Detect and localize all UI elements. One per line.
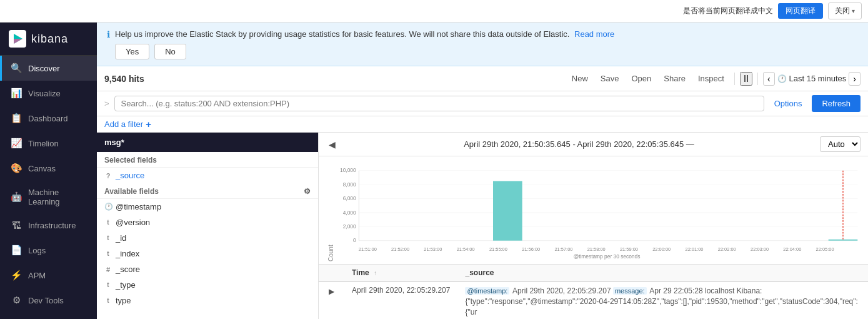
svg-text:21:57:00: 21:57:00	[554, 247, 572, 253]
field-item-version[interactable]: t @version	[97, 215, 318, 230]
sidebar-item-dashboard[interactable]: 📋 Dashboard	[0, 106, 97, 131]
svg-text:22:01:00: 22:01:00	[685, 247, 703, 253]
version-type-badge: t	[104, 219, 112, 226]
no-button[interactable]: No	[154, 44, 186, 59]
svg-text:21:56:00: 21:56:00	[522, 247, 540, 253]
source-column-header[interactable]: _source	[457, 265, 868, 281]
source-field-name: _source	[116, 171, 144, 180]
typefield-type-badge: t	[104, 297, 112, 304]
svg-text:21:53:00: 21:53:00	[424, 247, 442, 253]
share-button[interactable]: Share	[659, 71, 691, 86]
search-input[interactable]	[121, 99, 757, 108]
sidebar-item-monitoring[interactable]: 👁 Monitoring	[0, 313, 97, 319]
svg-text:8,000: 8,000	[343, 181, 356, 188]
filter-bar: Add a filter +	[97, 116, 868, 133]
auto-dropdown[interactable]: Auto 1s 10s 30s 1m	[820, 136, 861, 152]
time-next-button[interactable]: ›	[849, 72, 861, 86]
expand-row-button[interactable]: ▶	[326, 286, 337, 297]
chart-bar-end	[829, 240, 858, 241]
sidebar-item-infrastructure[interactable]: 🏗 Infrastructure	[0, 213, 97, 238]
new-button[interactable]: New	[567, 71, 593, 86]
field-item-id[interactable]: t _id	[97, 230, 318, 246]
collapse-button[interactable]: ◀	[326, 138, 338, 151]
field-item-index[interactable]: t _index	[97, 246, 318, 261]
type-type-badge: t	[104, 281, 112, 288]
field-item-score[interactable]: # _score	[97, 261, 318, 277]
sidebar-label-dashboard: Dashboard	[28, 114, 68, 123]
save-button[interactable]: Save	[596, 71, 624, 86]
svg-text:21:52:00: 21:52:00	[391, 247, 409, 253]
auto-select: Auto 1s 10s 30s 1m	[820, 136, 861, 152]
sidebar-item-visualize[interactable]: 📊 Visualize	[0, 81, 97, 106]
source-field-label: @timestamp:	[465, 287, 509, 295]
available-fields-section: Available fields ⚙	[97, 183, 318, 199]
sidebar-item-ml[interactable]: 🤖 Machine Learning	[0, 181, 97, 213]
time-prev-button[interactable]: ‹	[763, 72, 775, 86]
timelion-icon: 📈	[11, 138, 22, 149]
time-column-header[interactable]: Time ↑	[344, 265, 457, 281]
devtools-icon: ⚙	[11, 295, 22, 306]
sidebar-label-apm: APM	[28, 271, 46, 280]
main-content: ℹ Help us improve the Elastic Stack by p…	[97, 23, 868, 319]
svg-text:4,000: 4,000	[343, 210, 356, 216]
plus-icon: +	[146, 119, 151, 129]
y-axis-label: Count	[326, 161, 336, 261]
table-row: ▶ April 29th 2020, 22:05:29.207 @timesta…	[319, 281, 868, 319]
sidebar-item-canvas[interactable]: 🎨 Canvas	[0, 156, 97, 181]
svg-text:22:00:00: 22:00:00	[652, 247, 671, 253]
add-filter-button[interactable]: Add a filter +	[104, 119, 151, 129]
chart-bar-5	[493, 181, 522, 241]
sidebar-item-logs[interactable]: 📄 Logs	[0, 238, 97, 263]
chart-wrapper: Count 10,000 8,000	[326, 161, 861, 261]
sort-icon: ↑	[374, 270, 377, 276]
read-more-link[interactable]: Read more	[574, 29, 614, 39]
results-area: ◀ April 29th 2020, 21:50:35.645 - April …	[319, 133, 868, 319]
timestamp-type-badge: 🕐	[104, 203, 112, 211]
yes-button[interactable]: Yes	[115, 44, 149, 59]
type-field-name: _type	[116, 280, 136, 290]
info-icon: ℹ	[107, 29, 110, 39]
selected-fields-section: Selected fields	[97, 152, 318, 168]
options-button[interactable]: Options	[769, 96, 807, 111]
sidebar-nav: 🔍 Discover 📊 Visualize 📋 Dashboard 📈 Tim…	[0, 56, 97, 319]
field-item-type[interactable]: t _type	[97, 277, 318, 293]
svg-text:21:58:00: 21:58:00	[587, 247, 606, 253]
infrastructure-icon: 🏗	[11, 220, 22, 231]
svg-text:10,000: 10,000	[340, 168, 356, 174]
gear-icon[interactable]: ⚙	[304, 187, 311, 196]
translation-close-button[interactable]: 关闭 ▾	[828, 3, 862, 19]
message-field-label: message:	[613, 287, 647, 295]
add-filter-label: Add a filter	[104, 119, 143, 129]
apm-icon: ⚡	[11, 270, 22, 281]
sidebar-label-canvas: Canvas	[28, 164, 56, 173]
source-field-item[interactable]: ? _source	[97, 168, 318, 183]
pause-button[interactable]: ⏸	[740, 72, 752, 86]
svg-text:22:03:00: 22:03:00	[751, 247, 769, 253]
sidebar-item-timelion[interactable]: 📈 Timelion	[0, 131, 97, 156]
svg-text:21:55:00: 21:55:00	[489, 247, 507, 253]
sidebar-label-discover: Discover	[28, 64, 60, 73]
field-list-header: msg*	[97, 133, 318, 152]
divider	[734, 73, 735, 85]
source-timestamp-value: April 29th 2020, 22:05:29.207	[512, 286, 613, 295]
refresh-button[interactable]: Refresh	[812, 95, 861, 112]
score-field-name: _score	[116, 265, 140, 274]
open-button[interactable]: Open	[626, 71, 656, 86]
inspect-button[interactable]: Inspect	[693, 71, 729, 86]
divider2	[757, 73, 758, 85]
visualize-icon: 📊	[11, 88, 22, 99]
sidebar-item-devtools[interactable]: ⚙ Dev Tools	[0, 288, 97, 313]
field-list-title: msg*	[104, 138, 124, 147]
field-list-panel: msg* Selected fields ? _source Available…	[97, 133, 319, 319]
sidebar-item-discover[interactable]: 🔍 Discover	[0, 56, 97, 81]
canvas-icon: 🎨	[11, 163, 22, 174]
search-input-wrap	[114, 96, 764, 111]
svg-text:0: 0	[353, 238, 356, 244]
search-prompt: >	[104, 99, 109, 108]
field-item-typefield[interactable]: t type	[97, 293, 318, 308]
toolbar: 9,540 hits New Save Open Share Inspect ⏸…	[97, 66, 868, 91]
field-item-timestamp[interactable]: 🕐 @timestamp	[97, 199, 318, 215]
index-type-badge: t	[104, 250, 112, 257]
sidebar-item-apm[interactable]: ⚡ APM	[0, 263, 97, 288]
translate-button[interactable]: 网页翻译	[778, 3, 823, 19]
